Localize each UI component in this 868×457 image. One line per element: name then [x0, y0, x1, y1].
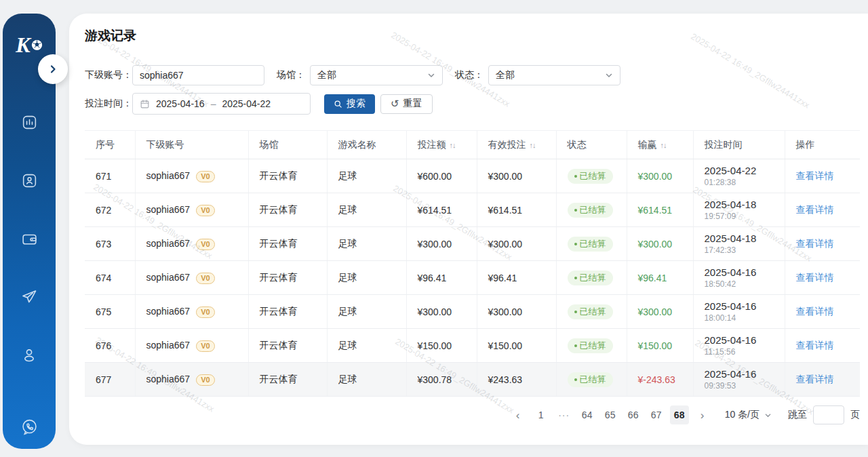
jump-input[interactable]: [813, 405, 844, 424]
pagination: ‹ 1···6465666768 › 10 条/页 跳至 页: [85, 405, 860, 424]
sort-icon[interactable]: ↑↓: [450, 141, 456, 149]
cell-action: 查看详情: [785, 329, 860, 363]
date-end: 2025-04-22: [222, 98, 271, 109]
search-button[interactable]: 搜索: [324, 94, 375, 114]
win-loss-value: ¥-243.63: [638, 374, 675, 385]
pagination-page-67[interactable]: 67: [647, 405, 666, 424]
view-details-link[interactable]: 查看详情: [796, 170, 834, 181]
table-row: 674sophia667V0开云体育足球¥96.41¥96.41已结算¥96.4…: [85, 261, 860, 295]
member-card-icon: [21, 172, 38, 189]
table-header-row: 序号下级账号场馆游戏名称投注额↑↓有效投注↑↓状态输赢↑↓投注时间操作: [85, 131, 860, 159]
pagination-page-66[interactable]: 66: [624, 405, 643, 424]
page-jump: 跳至 页: [788, 405, 860, 424]
cell-valid: ¥150.00: [477, 329, 556, 363]
sidebar-item-profile[interactable]: [3, 326, 56, 384]
status-text: 已结算: [580, 204, 606, 216]
column-header-no: 序号: [85, 131, 135, 159]
sidebar-item-stats[interactable]: [3, 93, 56, 151]
page-size-select[interactable]: 10 条/页: [725, 409, 772, 421]
cell-venue: 开云体育: [248, 227, 327, 261]
cell-no: 672: [85, 193, 135, 227]
cell-action: 查看详情: [785, 261, 860, 295]
account-label: 下级账号：: [85, 69, 132, 81]
column-header-win[interactable]: 输赢↑↓: [627, 131, 693, 159]
cell-bet: ¥300.78: [406, 363, 477, 397]
column-header-label: 游戏名称: [338, 139, 376, 150]
cell-valid: ¥300.00: [477, 227, 556, 261]
sidebar-expand-button[interactable]: [38, 54, 68, 84]
account-name: sophia667: [146, 272, 191, 283]
view-details-link[interactable]: 查看详情: [796, 374, 834, 384]
bet-date: 2025-04-16: [705, 300, 785, 313]
account-name: sophia667: [146, 170, 191, 181]
column-header-valid[interactable]: 有效投注↑↓: [477, 131, 556, 159]
date-separator: –: [211, 98, 216, 109]
cell-bet: ¥96.41: [406, 261, 477, 295]
table-row: 671sophia667V0开云体育足球¥600.00¥300.00已结算¥30…: [85, 159, 860, 193]
view-details-link[interactable]: 查看详情: [796, 340, 834, 351]
sort-icon[interactable]: ↑↓: [660, 141, 667, 149]
profile-icon: [20, 346, 38, 364]
pagination-next-button[interactable]: ›: [693, 405, 712, 424]
search-button-label: 搜索: [347, 98, 366, 110]
sidebar-item-customer-service[interactable]: [3, 397, 56, 456]
win-loss-value: ¥300.00: [638, 306, 673, 317]
cell-game: 足球: [327, 295, 406, 329]
cell-account: sophia667V0: [135, 329, 248, 363]
cell-game: 足球: [327, 227, 406, 261]
column-header-venue: 场馆: [248, 131, 327, 159]
sidebar-item-promotions[interactable]: [3, 268, 56, 326]
cell-no: 674: [85, 261, 135, 295]
view-details-link[interactable]: 查看详情: [796, 272, 834, 283]
status-badge: 已结算: [568, 304, 613, 319]
view-details-link[interactable]: 查看详情: [796, 204, 834, 215]
status-label: 状态：: [455, 69, 484, 81]
cell-status: 已结算: [556, 159, 627, 193]
cell-no: 676: [85, 329, 135, 363]
cell-status: 已结算: [556, 193, 627, 227]
table-row: 675sophia667V0开云体育足球¥300.00¥300.00已结算¥30…: [85, 295, 860, 329]
account-name: sophia667: [146, 238, 191, 249]
level-badge: V0: [196, 273, 214, 284]
status-select[interactable]: 全部: [488, 65, 620, 85]
pagination-page-65[interactable]: 65: [601, 405, 620, 424]
view-details-link[interactable]: 查看详情: [796, 306, 834, 317]
column-header-action: 操作: [785, 131, 860, 159]
calendar-icon: [140, 99, 150, 109]
account-name: sophia667: [146, 340, 191, 351]
cell-game: 足球: [327, 329, 406, 363]
status-dot: [574, 243, 577, 245]
pagination-page-64[interactable]: 64: [578, 405, 597, 424]
venue-select[interactable]: 全部: [310, 65, 443, 85]
cell-no: 671: [85, 159, 135, 193]
cell-status: 已结算: [556, 261, 627, 295]
page-size-value: 10 条/页: [725, 409, 760, 421]
status-dot: [574, 378, 577, 381]
cell-status: 已结算: [556, 295, 627, 329]
venue-label: 场馆：: [277, 69, 305, 81]
date-range-picker[interactable]: 2025-04-16 – 2025-04-22: [132, 93, 311, 115]
pagination-prev-button[interactable]: ‹: [509, 405, 528, 424]
cell-time: 2025-04-1611:15:56: [693, 329, 785, 363]
pagination-page-1[interactable]: 1: [532, 405, 551, 424]
view-details-link[interactable]: 查看详情: [796, 238, 834, 249]
reset-button[interactable]: ↺ 重置: [380, 94, 433, 114]
bet-date: 2025-04-22: [705, 164, 785, 178]
cell-time: 2025-04-1618:50:42: [693, 261, 785, 295]
sidebar-item-members[interactable]: [3, 151, 56, 210]
sidebar-item-wallet[interactable]: [3, 210, 56, 268]
cell-time: 2025-04-1618:00:14: [693, 295, 785, 329]
status-text: 已结算: [580, 170, 606, 182]
status-badge: 已结算: [568, 203, 613, 218]
sort-icon[interactable]: ↑↓: [530, 141, 536, 149]
status-badge: 已结算: [568, 338, 613, 353]
column-header-bet[interactable]: 投注额↑↓: [406, 131, 477, 159]
account-name: sophia667: [146, 306, 191, 317]
pagination-page-68[interactable]: 68: [670, 405, 689, 424]
stats-icon: [21, 114, 38, 131]
bet-time: 17:42:33: [705, 245, 785, 256]
bet-time: 01:28:38: [705, 178, 785, 188]
bet-time: 19:57:09: [705, 212, 785, 222]
cell-game: 足球: [327, 261, 406, 295]
account-input[interactable]: [132, 65, 264, 85]
